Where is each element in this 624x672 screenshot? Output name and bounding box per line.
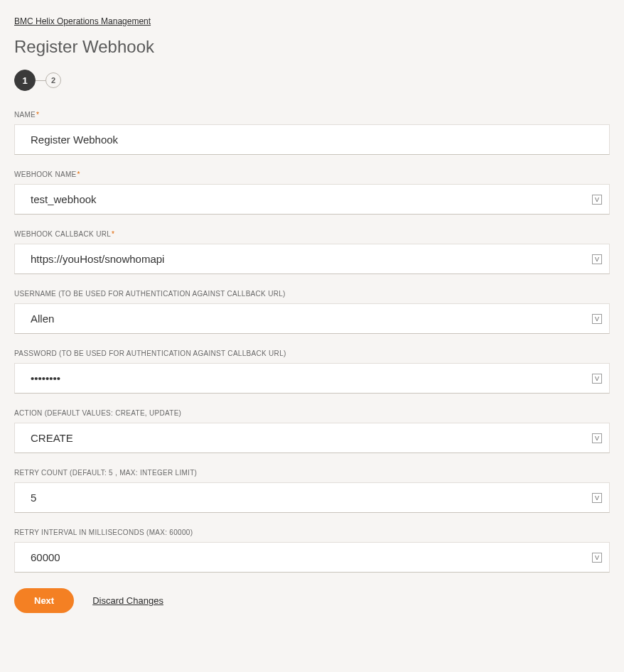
field-retry-count: RETRY COUNT (DEFAULT: 5 , MAX: INTEGER L… xyxy=(14,469,610,513)
step-connector xyxy=(36,80,45,81)
retry-count-label: RETRY COUNT (DEFAULT: 5 , MAX: INTEGER L… xyxy=(14,469,610,477)
password-input[interactable] xyxy=(15,364,609,393)
retry-count-input[interactable] xyxy=(15,483,609,512)
field-retry-interval: RETRY INTERVAL IN MILLISECONDS (MAX: 600… xyxy=(14,529,610,573)
breadcrumb[interactable]: BMC Helix Operations Management xyxy=(14,16,151,26)
page-title: Register Webhook xyxy=(14,37,610,57)
action-input[interactable] xyxy=(15,423,609,452)
field-password: PASSWORD (TO BE USED FOR AUTHENTICATION … xyxy=(14,349,610,394)
validate-icon[interactable]: V xyxy=(592,493,602,503)
step-2[interactable]: 2 xyxy=(45,72,61,88)
form-actions: Next Discard Changes xyxy=(14,588,610,613)
step-1[interactable]: 1 xyxy=(14,70,36,91)
field-action: ACTION (DEFAULT VALUES: CREATE, UPDATE) … xyxy=(14,409,610,453)
callback-url-label: WEBHOOK CALLBACK URL xyxy=(14,230,610,238)
stepper: 1 2 xyxy=(14,70,610,91)
action-label: ACTION (DEFAULT VALUES: CREATE, UPDATE) xyxy=(14,409,610,417)
webhook-name-label: WEBHOOK NAME xyxy=(14,170,610,178)
next-button[interactable]: Next xyxy=(14,588,74,613)
validate-icon[interactable]: V xyxy=(592,553,602,563)
validate-icon[interactable]: V xyxy=(592,314,602,324)
validate-icon[interactable]: V xyxy=(592,195,602,205)
field-webhook-name: WEBHOOK NAME V xyxy=(14,170,610,215)
validate-icon[interactable]: V xyxy=(592,254,602,264)
username-label: USERNAME (TO BE USED FOR AUTHENTICATION … xyxy=(14,290,610,298)
callback-url-input[interactable] xyxy=(15,244,609,273)
discard-changes-link[interactable]: Discard Changes xyxy=(92,595,163,606)
field-callback-url: WEBHOOK CALLBACK URL V xyxy=(14,230,610,274)
field-name: NAME xyxy=(14,111,610,155)
retry-interval-label: RETRY INTERVAL IN MILLISECONDS (MAX: 600… xyxy=(14,529,610,536)
password-label: PASSWORD (TO BE USED FOR AUTHENTICATION … xyxy=(14,349,610,357)
name-label: NAME xyxy=(14,111,610,119)
webhook-name-input[interactable] xyxy=(15,185,609,214)
name-input[interactable] xyxy=(15,125,609,154)
field-username: USERNAME (TO BE USED FOR AUTHENTICATION … xyxy=(14,290,610,334)
validate-icon[interactable]: V xyxy=(592,433,602,443)
retry-interval-input[interactable] xyxy=(15,543,609,572)
username-input[interactable] xyxy=(15,304,609,333)
validate-icon[interactable]: V xyxy=(592,374,602,384)
